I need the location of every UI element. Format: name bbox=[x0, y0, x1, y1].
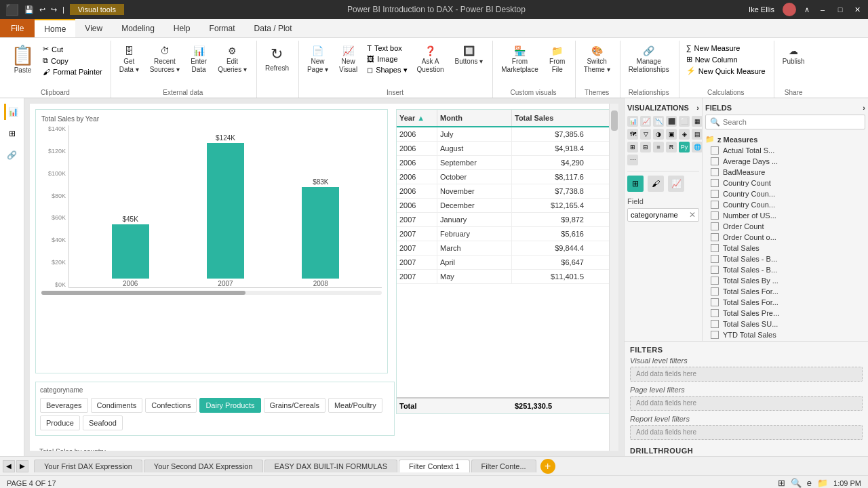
field-item[interactable]: Order Count bbox=[705, 221, 865, 232]
page-filters-drop[interactable]: Add data fields here bbox=[630, 396, 863, 411]
tab-file[interactable]: File bbox=[0, 19, 35, 37]
field-item[interactable]: BadMeasure bbox=[705, 167, 865, 178]
viz-icon-bar[interactable]: 📊 bbox=[627, 116, 638, 127]
get-data-button[interactable]: 🗄 GetData ▾ bbox=[115, 43, 143, 76]
slicer-item[interactable]: Confections bbox=[145, 398, 197, 413]
tab-filter-context-1[interactable]: Filter Context 1 bbox=[399, 460, 470, 472]
field-item[interactable]: Number of US... bbox=[705, 210, 865, 221]
format-painter-button[interactable]: 🖌 Format Painter bbox=[40, 67, 105, 77]
table-body[interactable]: 2006 July $7,385.6 2006 August $4,918.4 … bbox=[397, 127, 618, 393]
enter-data-button[interactable]: 📊 EnterData bbox=[186, 43, 211, 76]
viz-icon-globe[interactable]: 🌐 bbox=[692, 142, 703, 152]
tab-help[interactable]: Help bbox=[164, 19, 200, 37]
field-item[interactable]: Actual Total S... bbox=[705, 145, 865, 156]
field-item[interactable]: Total Sales bbox=[705, 243, 865, 253]
shapes-button[interactable]: ◻ Shapes ▾ bbox=[364, 65, 410, 75]
from-file-button[interactable]: 📁 FromFile bbox=[545, 43, 570, 76]
search-taskbar-icon[interactable]: 🔍 bbox=[791, 478, 802, 488]
viz-icon-scatter[interactable]: ⬛ bbox=[666, 116, 677, 127]
maximize-button[interactable]: □ bbox=[835, 5, 845, 14]
report-filters-drop[interactable]: Add data fields here bbox=[630, 425, 863, 440]
visual-filters-drop[interactable]: Add data fields here bbox=[630, 367, 863, 382]
image-button[interactable]: 🖼 Image bbox=[364, 54, 410, 64]
field-item[interactable]: Total Sales Pre... bbox=[705, 308, 865, 319]
field-item[interactable]: Total Sales By ... bbox=[705, 275, 865, 286]
minimize-button[interactable]: – bbox=[818, 5, 827, 14]
slicer-item[interactable]: Seafood bbox=[83, 415, 123, 430]
slicer-item[interactable]: Dairy Products bbox=[199, 398, 260, 413]
z-measures-header[interactable]: 📁 z Measures bbox=[705, 134, 865, 145]
text-box-button[interactable]: T Text box bbox=[364, 43, 410, 53]
slicer-item[interactable]: Produce bbox=[40, 415, 80, 430]
viz-icon-pie[interactable]: ⬜ bbox=[679, 116, 690, 127]
cut-button[interactable]: ✂ Cut bbox=[40, 44, 105, 54]
recent-sources-button[interactable]: ⏱ RecentSources ▾ bbox=[146, 43, 184, 76]
field-item[interactable]: Total Sales - B... bbox=[705, 264, 865, 275]
viz-icon-selected[interactable]: Py bbox=[679, 142, 690, 152]
field-chip[interactable]: categoryname ✕ bbox=[627, 208, 699, 222]
tab-filter-context-2[interactable]: Filter Conte... bbox=[471, 460, 536, 472]
ie-icon[interactable]: e bbox=[807, 478, 812, 488]
viz-panel-expand[interactable]: › bbox=[696, 104, 699, 112]
viz-icon-more[interactable]: ⋯ bbox=[627, 155, 638, 165]
quick-access-undo[interactable]: ↩ bbox=[39, 5, 45, 14]
field-item[interactable]: Total Sales For... bbox=[705, 286, 865, 297]
page-nav-left[interactable]: ◀ bbox=[3, 460, 15, 472]
chart-scrollbar[interactable] bbox=[41, 291, 382, 295]
new-page-button[interactable]: 📄 NewPage ▾ bbox=[303, 43, 332, 76]
field-item[interactable]: Average Days ... bbox=[705, 156, 865, 167]
new-visual-button[interactable]: 📈 NewVisual bbox=[335, 43, 361, 76]
tab-view[interactable]: View bbox=[75, 19, 112, 37]
chevron-up-icon[interactable]: ∧ bbox=[804, 5, 810, 14]
switch-theme-button[interactable]: 🎨 SwitchTheme ▾ bbox=[580, 43, 614, 76]
page-nav-right[interactable]: ▶ bbox=[16, 460, 28, 472]
close-button[interactable]: ✕ bbox=[853, 5, 863, 14]
viz-icon-waterfall[interactable]: ≡ bbox=[653, 142, 664, 152]
bar-chart-visual[interactable]: Total Sales by Year $140K $120K $100K $8… bbox=[35, 109, 388, 373]
add-page-button[interactable]: + bbox=[540, 459, 555, 474]
table-visual[interactable]: Year ▲ Month Total Sales 2006 July $7,38… bbox=[396, 109, 618, 414]
copy-button[interactable]: ⧉ Copy bbox=[40, 56, 105, 66]
viz-icon-table[interactable]: ⊞ bbox=[627, 142, 638, 152]
from-marketplace-button[interactable]: 🏪 FromMarketplace bbox=[497, 43, 542, 76]
new-column-button[interactable]: ⊞ New Column bbox=[684, 54, 768, 64]
publish-button[interactable]: ☁ Publish bbox=[778, 43, 809, 68]
viz-icon-matrix[interactable]: ⊟ bbox=[640, 142, 651, 152]
viz-icon-funnel[interactable]: ▽ bbox=[640, 129, 651, 140]
field-chip-remove[interactable]: ✕ bbox=[689, 210, 696, 220]
manage-relationships-button[interactable]: 🔗 ManageRelationships bbox=[625, 43, 673, 76]
tab-dax-1[interactable]: Your Frist DAX Expression bbox=[34, 460, 142, 472]
tab-modeling[interactable]: Modeling bbox=[112, 19, 164, 37]
edit-queries-button[interactable]: ⚙ EditQueries ▾ bbox=[214, 43, 251, 76]
slicer-item[interactable]: Beverages bbox=[40, 398, 88, 413]
field-item[interactable]: Total Sales - B... bbox=[705, 253, 865, 264]
canvas-scroll-thumb[interactable] bbox=[611, 110, 618, 131]
canvas-scrollbar[interactable] bbox=[609, 104, 618, 451]
tab-dax-formulas[interactable]: EASY DAX BUILT-IN FORMULAS bbox=[264, 460, 397, 472]
refresh-button[interactable]: ↻ Refresh bbox=[261, 43, 293, 75]
nav-data-icon[interactable]: ⊞ bbox=[4, 125, 20, 142]
country-chart-visual[interactable]: Total Sales by country Germany USA Austr… bbox=[35, 444, 395, 451]
fields-panel-expand[interactable]: › bbox=[863, 104, 865, 112]
slicer-item[interactable]: Grains/Cereals bbox=[264, 398, 326, 413]
field-item[interactable]: Total Sales SU... bbox=[705, 319, 865, 329]
build-analytics-icon[interactable]: 📈 bbox=[668, 176, 684, 192]
viz-icon-line[interactable]: 📈 bbox=[640, 116, 651, 127]
viz-icon-gauge[interactable]: ◑ bbox=[653, 129, 664, 140]
build-fields-icon[interactable]: ⊞ bbox=[627, 176, 644, 192]
new-quick-measure-button[interactable]: ⚡ New Quick Measure bbox=[684, 66, 768, 76]
field-item[interactable]: YTD Total Sales bbox=[705, 329, 865, 340]
field-item[interactable]: Country Count bbox=[705, 178, 865, 188]
viz-icon-card[interactable]: ▣ bbox=[666, 129, 677, 140]
quick-access-save[interactable]: 💾 bbox=[24, 5, 34, 14]
chart-scroll-thumb[interactable] bbox=[41, 291, 245, 295]
viz-icon-map[interactable]: 🗺 bbox=[627, 129, 638, 140]
tab-data-plot[interactable]: Data / Plot bbox=[245, 19, 302, 37]
new-measure-button[interactable]: ∑ New Measure bbox=[684, 43, 768, 53]
slicer-item[interactable]: Condiments bbox=[91, 398, 143, 413]
viz-icon-donut[interactable]: ▦ bbox=[692, 116, 703, 127]
tab-format[interactable]: Format bbox=[200, 19, 245, 37]
slicer-item[interactable]: Meat/Poultry bbox=[328, 398, 382, 413]
viz-icon-kpi[interactable]: ◈ bbox=[679, 129, 690, 140]
folder-taskbar-icon[interactable]: 📁 bbox=[817, 478, 828, 488]
